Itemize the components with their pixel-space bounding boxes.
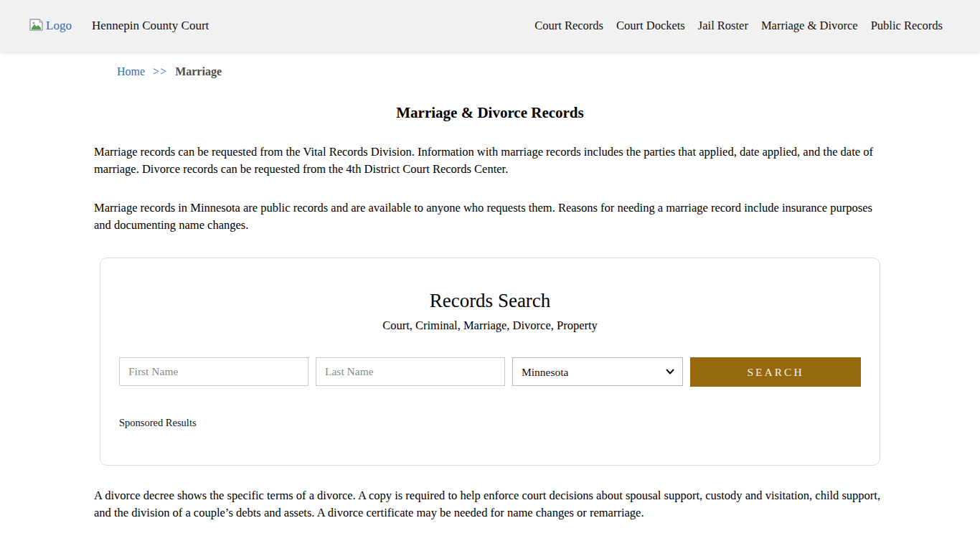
nav-marriage-divorce[interactable]: Marriage & Divorce <box>761 19 858 33</box>
breadcrumb: Home >> Marriage <box>117 65 886 78</box>
page-content: Home >> Marriage Marriage & Divorce Reco… <box>94 65 886 522</box>
sponsored-results-label: Sponsored Results <box>119 417 861 429</box>
logo-alt-text: Logo <box>46 19 72 33</box>
nav-public-records[interactable]: Public Records <box>871 19 943 33</box>
divorce-decree-paragraph: A divorce decree shows the specific term… <box>94 487 886 522</box>
nav-court-dockets[interactable]: Court Dockets <box>616 19 685 33</box>
records-search-panel: Records Search Court, Criminal, Marriage… <box>100 258 880 466</box>
breadcrumb-home-link[interactable]: Home <box>117 65 145 78</box>
page-title: Marriage & Divorce Records <box>94 104 886 122</box>
search-button[interactable]: SEARCH <box>690 357 861 387</box>
search-form: Minnesota SEARCH <box>119 357 861 387</box>
state-select-wrapper: Minnesota <box>512 357 683 387</box>
records-search-subtitle: Court, Criminal, Marriage, Divorce, Prop… <box>119 319 861 333</box>
broken-image-icon <box>29 18 44 34</box>
public-records-paragraph: Marriage records in Minnesota are public… <box>94 199 886 234</box>
breadcrumb-current: Marriage <box>175 65 222 78</box>
site-title: Hennepin County Court <box>92 19 209 33</box>
first-name-input[interactable] <box>119 357 308 386</box>
nav-jail-roster[interactable]: Jail Roster <box>698 19 748 33</box>
state-select[interactable]: Minnesota <box>512 357 683 386</box>
main-nav: Court Records Court Dockets Jail Roster … <box>534 19 943 33</box>
nav-court-records[interactable]: Court Records <box>534 19 603 33</box>
site-header: Logo Hennepin County Court Court Records… <box>0 0 980 52</box>
site-logo-link[interactable]: Logo <box>29 18 72 34</box>
last-name-input[interactable] <box>316 357 505 386</box>
intro-paragraph: Marriage records can be requested from t… <box>94 143 886 178</box>
breadcrumb-separator: >> <box>153 65 167 78</box>
records-search-title: Records Search <box>119 290 861 312</box>
